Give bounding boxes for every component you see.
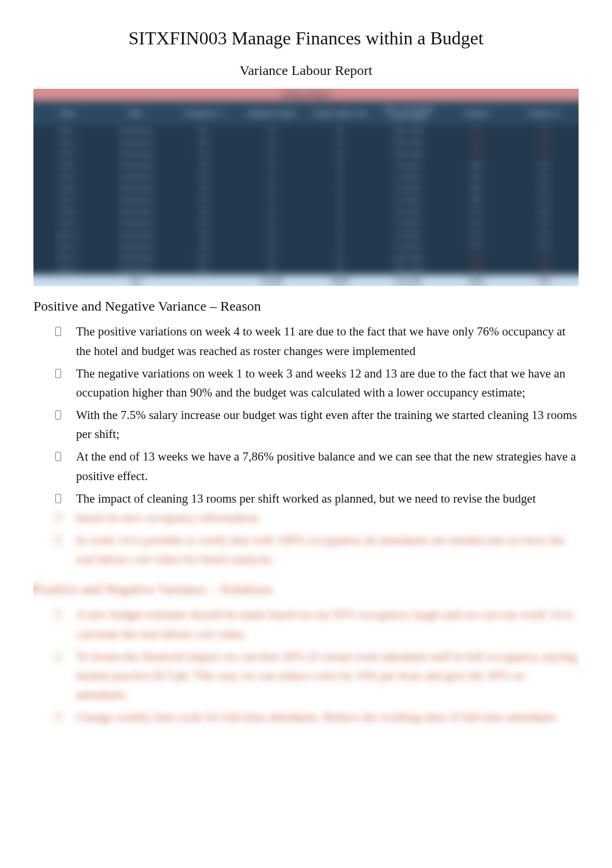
variance-reason-list-tail: based on new occupancy information;In we…	[33, 508, 579, 569]
table-row: Week 13Housekeeping95%$8$8Unfavourable-$…	[33, 263, 579, 275]
table-cell: $730	[443, 217, 511, 229]
table-cell: Favourable	[374, 171, 442, 183]
list-item: The impact of cleaning 13 rooms per shif…	[55, 489, 579, 508]
table-row: Week 2Housekeeping94%$8$8Unfavourable-$2…	[33, 137, 579, 148]
table-row: Week 3Housekeeping91%$8$8Unfavourable-$9…	[33, 148, 579, 160]
table-row: Week 11Housekeeping76%$8$7Favourable$770…	[33, 240, 579, 252]
table-cell: Housekeeping	[101, 217, 169, 229]
list-item: To lessen the financial impact we can hi…	[55, 647, 579, 705]
table-cell: $640	[443, 160, 511, 171]
table-cell: $7	[306, 206, 374, 217]
list-item: The positive variations on week 4 to wee…	[55, 322, 579, 360]
list-item: based on new occupancy information;	[55, 508, 579, 527]
table-cell: -2.6%	[511, 137, 579, 148]
table-cell: 76%	[170, 240, 238, 252]
table-footer-cell: $96,000	[306, 275, 374, 286]
list-item: The negative variations on week 1 to wee…	[55, 364, 579, 402]
table-cell: 8.4%	[511, 183, 579, 194]
table-cell: 8.6%	[511, 194, 579, 206]
table-cell: Week 5	[33, 171, 101, 183]
table-cell: Favourable	[374, 217, 442, 229]
table-cell: Housekeeping	[101, 160, 169, 171]
table-cell: Week 6	[33, 183, 101, 194]
table-cell: Week 1	[33, 125, 101, 137]
table-cell: Week 13	[33, 263, 101, 275]
table-cell: -1.8%	[511, 252, 579, 263]
table-footer-cell	[33, 275, 101, 286]
table-cell: -$180	[443, 263, 511, 275]
list-item: At the end of 13 weeks we have a 7,86% p…	[55, 447, 579, 485]
table-cell: $8	[238, 252, 306, 263]
table-cell: $8	[238, 240, 306, 252]
table-cell: $8	[238, 148, 306, 160]
table-cell: $8	[238, 263, 306, 275]
table-cell: Favourable	[374, 229, 442, 240]
table-cell: Housekeeping	[101, 183, 169, 194]
table-cell: $8	[238, 137, 306, 148]
table-cell: 76%	[170, 160, 238, 171]
table-cell: 76%	[170, 171, 238, 183]
table-cell: Housekeeping	[101, 137, 169, 148]
table-footer-cell: 7.86%	[511, 275, 579, 286]
table-cell: Week 2	[33, 137, 101, 148]
table-footer-cell: Favourable	[374, 275, 442, 286]
table-cell: 91%	[170, 148, 238, 160]
table-cell: $7	[306, 240, 374, 252]
table-cell: $750	[443, 229, 511, 240]
table-row: Week 12Housekeeping93%$8$8Unfavourable-$…	[33, 252, 579, 263]
table-header-cell: Variance %	[511, 101, 579, 125]
table-cell: $7	[306, 183, 374, 194]
table-footer-cell: $8,000	[443, 275, 511, 286]
table-cell: 9.1%	[511, 217, 579, 229]
table-cell: $7	[306, 229, 374, 240]
table-row: Week 7Housekeeping76%$8$7Favourable$6908…	[33, 194, 579, 206]
table-row: Week 4Housekeeping76%$8$7Favourable$6408…	[33, 160, 579, 171]
table-cell: Housekeeping	[101, 148, 169, 160]
table-cell: $8	[306, 252, 374, 263]
table-cell: $7	[306, 217, 374, 229]
locked-content-region: based on new occupancy information;In we…	[33, 508, 579, 727]
table-row: Week 8Housekeeping76%$8$7Favourable$7108…	[33, 206, 579, 217]
table-cell: 93%	[170, 252, 238, 263]
table-cell: $8	[238, 229, 306, 240]
table-cell: $7	[306, 194, 374, 206]
table-cell: 76%	[170, 229, 238, 240]
table-cell: Housekeeping	[101, 194, 169, 206]
table-cell: Week 12	[33, 252, 101, 263]
table-cell: Favourable	[374, 160, 442, 171]
table-footer-cell	[170, 275, 238, 286]
table-footer-cell: Total	[101, 275, 169, 286]
variance-table-container: Variance Report WeekDeptOccupancy %Budge…	[33, 89, 579, 286]
table-cell: 76%	[170, 217, 238, 229]
table-cell: Week 7	[33, 194, 101, 206]
table-cell: Week 10	[33, 229, 101, 240]
list-item: Change weekly time scale for full-time a…	[55, 708, 579, 727]
table-footer-cell: $104,000	[238, 275, 306, 286]
table-cell: 92%	[170, 125, 238, 137]
table-cell: Week 9	[33, 217, 101, 229]
table-cell: 8.0%	[511, 160, 579, 171]
table-cell: $670	[443, 183, 511, 194]
table-cell: Housekeeping	[101, 263, 169, 275]
table-cell: $8	[238, 194, 306, 206]
table-cell: Housekeeping	[101, 252, 169, 263]
table-cell: 9.6%	[511, 240, 579, 252]
table-cell: Housekeeping	[101, 240, 169, 252]
table-cell: Week 11	[33, 240, 101, 252]
table-cell: Favourable	[374, 194, 442, 206]
table-cell: $8	[238, 125, 306, 137]
variance-solutions-heading: Positive and Negative Variance – Solutio…	[33, 582, 579, 597]
table-cell: Week 3	[33, 148, 101, 160]
table-cell: $7	[306, 171, 374, 183]
variance-reason-list: The positive variations on week 4 to wee…	[33, 322, 579, 508]
table-cell: $8	[238, 206, 306, 217]
table-cell: $690	[443, 194, 511, 206]
table-cell: -$210	[443, 137, 511, 148]
table-cell: Favourable	[374, 240, 442, 252]
table-row: Week 1Housekeeping92%$8$8Unfavourable-$1…	[33, 125, 579, 137]
table-cell: $7	[306, 160, 374, 171]
table-header-cell: Budgeted Labour	[238, 101, 306, 125]
table-header-cell: Actual Labour Cost	[306, 101, 374, 125]
table-cell: $655	[443, 171, 511, 183]
table-row: Week 9Housekeeping76%$8$7Favourable$7309…	[33, 217, 579, 229]
